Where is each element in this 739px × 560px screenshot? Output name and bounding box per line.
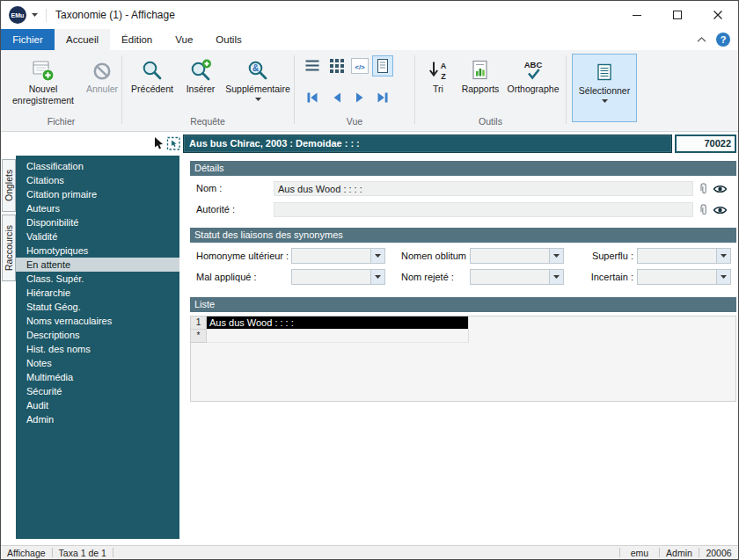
nom-field[interactable]: [274, 181, 693, 196]
minimize-icon: [633, 11, 641, 19]
list-row-new[interactable]: *: [191, 330, 735, 343]
sidebar-item-citations[interactable]: Citations: [16, 173, 179, 187]
sidebar-item-noms-vernaculaires[interactable]: Noms vernaculaires: [16, 314, 179, 328]
collapse-ribbon-icon[interactable]: [697, 37, 706, 42]
sidebar-item-class-super[interactable]: Class. Supér.: [16, 272, 179, 286]
status-separator: [113, 548, 113, 557]
chevron-down-icon: [602, 99, 608, 103]
group-separator: [414, 55, 415, 124]
mal-applique-combo[interactable]: [291, 269, 385, 285]
spellcheck-label: Orthographe: [508, 84, 560, 95]
edge-tabs: Onglets Raccourcis: [2, 159, 17, 281]
tab-vue[interactable]: Vue: [164, 29, 204, 50]
combo-dropdown-button[interactable]: [716, 249, 730, 263]
minimize-button[interactable]: [617, 1, 657, 29]
sidebar-item-audit[interactable]: Audit: [16, 398, 179, 412]
sidebar-item-multimedia[interactable]: Multimédia: [16, 370, 179, 384]
content-panel: Détails Nom : Autorité : Statut des liai…: [179, 156, 738, 547]
group-separator: [294, 55, 295, 124]
nomen-oblitum-label: Nomen oblitum :: [401, 251, 472, 261]
last-record-button[interactable]: [372, 87, 393, 108]
row-number[interactable]: *: [191, 330, 207, 343]
list-view-button[interactable]: [302, 55, 323, 76]
sidebar-item-disponibilite[interactable]: Disponibilité: [16, 215, 179, 229]
close-icon: [713, 11, 722, 19]
combo-dropdown-button[interactable]: [370, 270, 384, 284]
sort-button[interactable]: A Z Tri: [420, 54, 457, 95]
combo-dropdown-button[interactable]: [370, 249, 384, 263]
page-view-icon: [375, 58, 391, 74]
edge-tab-raccourcis[interactable]: Raccourcis: [2, 215, 16, 281]
close-button[interactable]: [698, 1, 738, 29]
sidebar-item-hist-des-noms[interactable]: Hist. des noms: [16, 342, 179, 356]
tab-fichier[interactable]: Fichier: [1, 29, 55, 50]
emu-app-icon[interactable]: EMu: [9, 6, 26, 24]
combo-value: [292, 270, 370, 284]
tabbar-right: ?: [697, 29, 738, 50]
chevron-down-icon: [721, 275, 727, 279]
page-view-button[interactable]: [372, 55, 393, 76]
nom-rejete-label: Nom rejeté :: [401, 272, 454, 282]
additional-query-label: Supplémentaire: [225, 84, 290, 95]
quick-access-caret-icon[interactable]: [32, 13, 38, 17]
sidebar-item-notes[interactable]: Notes: [16, 356, 179, 370]
status-mode: Affichage: [1, 548, 52, 558]
sidebar-item-descriptions[interactable]: Descriptions: [16, 328, 179, 342]
insert-query-button[interactable]: Insérer: [180, 54, 221, 95]
sidebar-item-admin[interactable]: Admin: [16, 412, 179, 426]
sidebar-item-citation-primaire[interactable]: Citation primaire: [16, 187, 179, 201]
help-button[interactable]: ?: [716, 33, 730, 47]
ribbon-tabbar: Fichier Accueil Édition Vue Outils ?: [1, 29, 738, 50]
first-record-button[interactable]: [302, 87, 323, 108]
autorite-field[interactable]: [274, 202, 693, 217]
select-region-tool-icon[interactable]: [166, 136, 181, 151]
row-value[interactable]: [207, 330, 469, 343]
next-record-button[interactable]: [349, 87, 370, 108]
row-value[interactable]: Aus dus Wood : : : :: [207, 316, 469, 330]
superflu-combo[interactable]: [637, 248, 731, 264]
code-view-button[interactable]: </>: [349, 55, 370, 76]
sidebar-item-securite[interactable]: Sécurité: [16, 384, 179, 398]
homonyme-ulterieur-combo[interactable]: [291, 248, 385, 264]
group-separator: [566, 55, 567, 124]
new-record-button[interactable]: Nouvel enregistrement: [6, 54, 80, 106]
cancel-label: Annuler: [86, 84, 118, 95]
row-number[interactable]: 1: [191, 316, 207, 330]
combo-dropdown-button[interactable]: [716, 270, 730, 284]
sidebar-item-validite[interactable]: Validité: [16, 229, 179, 244]
cancel-button[interactable]: Annuler: [82, 54, 122, 95]
edge-tab-onglets[interactable]: Onglets: [2, 159, 16, 212]
previous-record-button[interactable]: [326, 87, 348, 108]
previous-query-button[interactable]: Précédent: [126, 54, 179, 95]
attachment-paperclip-icon[interactable]: [698, 203, 709, 216]
view-eye-icon[interactable]: [713, 184, 728, 194]
sidebar-item-classification[interactable]: Classification: [16, 159, 179, 173]
incertain-combo[interactable]: [637, 269, 731, 285]
pointer-tool-icon[interactable]: [153, 136, 165, 150]
grid-view-button[interactable]: [326, 55, 348, 76]
select-button[interactable]: Sélectionner: [572, 54, 637, 122]
tab-edition[interactable]: Édition: [110, 29, 164, 50]
cancel-icon: [91, 54, 113, 82]
window-title: Taxonomie (1) - Affichage: [55, 9, 175, 21]
reports-button[interactable]: Rapports: [457, 54, 504, 95]
tab-accueil[interactable]: Accueil: [55, 29, 110, 50]
sidebar-item-auteurs[interactable]: Auteurs: [16, 201, 179, 215]
additional-query-button[interactable]: & Supplémentaire: [223, 54, 293, 101]
sidebar-item-homotypiques[interactable]: Homotypiques: [16, 244, 179, 258]
attachment-paperclip-icon[interactable]: [698, 182, 709, 195]
status-server: emu: [620, 548, 659, 558]
nom-rejete-combo[interactable]: [470, 269, 564, 285]
sidebar-item-en-attente[interactable]: En attente: [16, 258, 179, 272]
view-eye-icon[interactable]: [713, 205, 728, 215]
status-bar: Affichage Taxa 1 de 1 emu Admin 20006: [1, 545, 738, 559]
nomen-oblitum-combo[interactable]: [470, 248, 564, 264]
sidebar-item-statut-geog[interactable]: Statut Géog.: [16, 300, 179, 314]
sidebar-item-hierarchie[interactable]: Hiérarchie: [16, 286, 179, 300]
list-row[interactable]: 1 Aus dus Wood : : : :: [191, 316, 735, 330]
maximize-button[interactable]: [657, 1, 698, 29]
main-area: Onglets Raccourcis Classification Citati…: [1, 156, 738, 545]
spellcheck-button[interactable]: ABC Orthographe: [504, 54, 562, 95]
tab-outils[interactable]: Outils: [204, 29, 252, 50]
quick-access-menu[interactable]: EMu: [9, 6, 38, 24]
